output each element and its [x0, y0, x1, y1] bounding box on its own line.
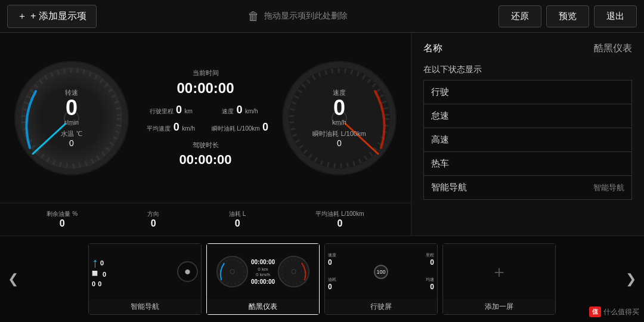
avg-fuel-stat: 平均油耗 L/100km 0 — [315, 210, 364, 229]
mileage-value: 0 — [176, 104, 182, 116]
thumb-cool-dash-content: 00:00:00 0 km 0 km/h 00:00:00 — [207, 244, 319, 299]
direction-stat-label: 方向 — [147, 210, 159, 218]
center-info: 当前时间 00:00:00 行驶里程 0 km 速度 0 km/h — [131, 69, 280, 168]
mini-speed-gauge — [277, 255, 310, 288]
avg-speed-item: 平均速度 0 km/h — [143, 121, 200, 134]
watermark-logo: 值 — [589, 306, 601, 317]
thumb-cool-dash[interactable]: 00:00:00 0 km 0 km/h 00:00:00 — [206, 243, 320, 315]
current-time-value: 00:00:00 — [177, 80, 234, 97]
top-right-buttons: 还原 预览 退出 — [499, 5, 637, 27]
status-item-idle[interactable]: 怠速 — [423, 104, 632, 128]
speed-item: 速度 0 km/h — [212, 104, 269, 116]
thumb-add-screen-label: 添加一屏 — [443, 299, 555, 314]
dashboard-area: 转速 0 r/min 水温 ℃ 0 当前时间 00:00:00 行驶里程 0 — [0, 33, 411, 236]
svg-point-15 — [292, 270, 296, 274]
status-idle-label: 怠速 — [431, 110, 449, 122]
status-item-driving[interactable]: 行驶 — [423, 80, 632, 104]
avg-fuel-stat-value: 0 — [315, 218, 364, 229]
speed-gauge: 速度 0 km/h 瞬时油耗 L/100km 0 — [280, 58, 399, 178]
fuel-stat-label: 剩余油量 % — [47, 210, 78, 218]
status-warmup-label: 热车 — [431, 158, 449, 169]
instant-fuel-item: 瞬时油耗 L/100km 0 — [212, 121, 269, 134]
preview-button[interactable]: 预览 — [546, 5, 589, 27]
status-nav-value: 智能导航 — [593, 182, 624, 193]
status-title: 在以下状态显示 — [423, 64, 632, 75]
thumb-smart-nav[interactable]: ↑ 0 ⬜ 0 0 0 — [88, 243, 202, 315]
svg-point-4 — [64, 111, 79, 125]
status-nav-label: 智能导航 — [431, 182, 467, 193]
watermark: 值 什么值得买 — [589, 306, 639, 317]
watermark-text: 什么值得买 — [603, 307, 639, 317]
rpm-gauge: 转速 0 r/min 水温 ℃ 0 — [12, 58, 131, 178]
name-value: 酷黑仪表 — [594, 42, 632, 55]
thumb-cool-dash-label: 酷黑仪表 — [207, 299, 319, 314]
mileage-item: 行驶里程 0 km — [143, 104, 200, 116]
speed-unit: km/h — [245, 108, 258, 114]
thumb-smart-nav-content: ↑ 0 ⬜ 0 0 0 — [89, 244, 201, 299]
next-arrow[interactable]: ❯ — [621, 271, 641, 287]
name-label: 名称 — [423, 42, 442, 55]
speed-label: 速度 — [222, 108, 234, 114]
drive-time-value: 00:00:00 — [179, 152, 231, 168]
drive-time-label: 驾驶时长 — [193, 141, 219, 150]
thumb-drive-screen-label: 行驶屏 — [325, 299, 437, 314]
center-grid: 行驶里程 0 km 速度 0 km/h 平均速度 0 km/h — [143, 104, 268, 134]
bottom-bar: ❮ ↑ 0 ⬜ 0 — [0, 236, 644, 322]
fuel-cost-stat-value: 0 — [229, 218, 246, 229]
add-display-button[interactable]: ＋ + 添加显示项 — [7, 5, 97, 28]
exit-button[interactable]: 退出 — [594, 5, 637, 27]
instant-fuel-label: 瞬时油耗 L/100km — [212, 125, 260, 132]
rpm-gauge-svg — [12, 58, 131, 178]
trash-drop-area: 🗑 拖动显示项到此处删除 — [103, 10, 493, 23]
thumb-add-screen[interactable]: ＋ 添加一屏 — [442, 243, 556, 315]
status-highway-label: 高速 — [431, 134, 449, 145]
speed-value: 0 — [236, 104, 242, 116]
restore-button[interactable]: 还原 — [499, 5, 541, 27]
fuel-stat-value: 0 — [47, 218, 78, 229]
gauges-wrapper: 转速 0 r/min 水温 ℃ 0 当前时间 00:00:00 行驶里程 0 — [12, 39, 399, 197]
thumb-smart-nav-label: 智能导航 — [89, 299, 201, 314]
mini-rpm-gauge — [216, 255, 249, 288]
fuel-stat: 剩余油量 % 0 — [47, 210, 78, 229]
status-item-warmup[interactable]: 热车 — [423, 151, 632, 175]
thumb-add-content: ＋ — [443, 244, 555, 299]
main-content: 转速 0 r/min 水温 ℃ 0 当前时间 00:00:00 行驶里程 0 — [0, 33, 644, 236]
status-item-nav[interactable]: 智能导航 智能导航 — [423, 175, 632, 200]
mileage-label: 行驶里程 — [150, 108, 174, 114]
prev-arrow[interactable]: ❮ — [3, 271, 23, 287]
avg-speed-label: 平均速度 — [147, 125, 171, 132]
top-bar: ＋ + 添加显示项 🗑 拖动显示项到此处删除 还原 预览 退出 — [0, 0, 644, 33]
avg-speed-value: 0 — [174, 121, 179, 133]
right-panel: 名称 酷黑仪表 在以下状态显示 行驶 怠速 高速 热车 智能导航 — [411, 33, 644, 236]
instant-fuel-value: 0 — [262, 121, 268, 133]
stats-bar: 剩余油量 % 0 方向 0 油耗 L 0 平均油耗 L/100km 0 — [0, 203, 411, 236]
name-row: 名称 酷黑仪表 — [423, 42, 632, 55]
svg-point-9 — [332, 111, 346, 125]
avg-speed-unit: km/h — [182, 125, 195, 132]
svg-point-12 — [230, 270, 234, 274]
fuel-cost-stat-label: 油耗 L — [229, 210, 246, 218]
thumb-drive-content: 速度0 油耗0 100 里程0 均速0 — [325, 244, 437, 299]
add-display-label: + 添加显示项 — [30, 10, 86, 23]
thumbnails: ↑ 0 ⬜ 0 0 0 — [23, 243, 621, 315]
plus-icon: ＋ — [17, 10, 27, 23]
trash-hint-text: 拖动显示项到此处删除 — [264, 11, 348, 21]
thumb-drive-screen[interactable]: 速度0 油耗0 100 里程0 均速0 行驶屏 — [324, 243, 438, 315]
avg-fuel-stat-label: 平均油耗 L/100km — [315, 210, 364, 218]
status-list: 行驶 怠速 高速 热车 智能导航 智能导航 — [423, 80, 632, 200]
dashboard-display: 转速 0 r/min 水温 ℃ 0 当前时间 00:00:00 行驶里程 0 — [0, 33, 411, 203]
direction-stat-value: 0 — [147, 218, 159, 229]
trash-icon: 🗑 — [247, 10, 259, 23]
direction-stat: 方向 0 — [147, 210, 159, 229]
status-item-highway[interactable]: 高速 — [423, 128, 632, 151]
add-plus-icon: ＋ — [491, 261, 507, 283]
mileage-unit: km — [184, 108, 192, 114]
fuel-cost-stat: 油耗 L 0 — [229, 210, 246, 229]
current-time-label: 当前时间 — [193, 69, 219, 78]
status-driving-label: 行驶 — [431, 86, 449, 98]
speed-gauge-svg — [280, 58, 399, 178]
